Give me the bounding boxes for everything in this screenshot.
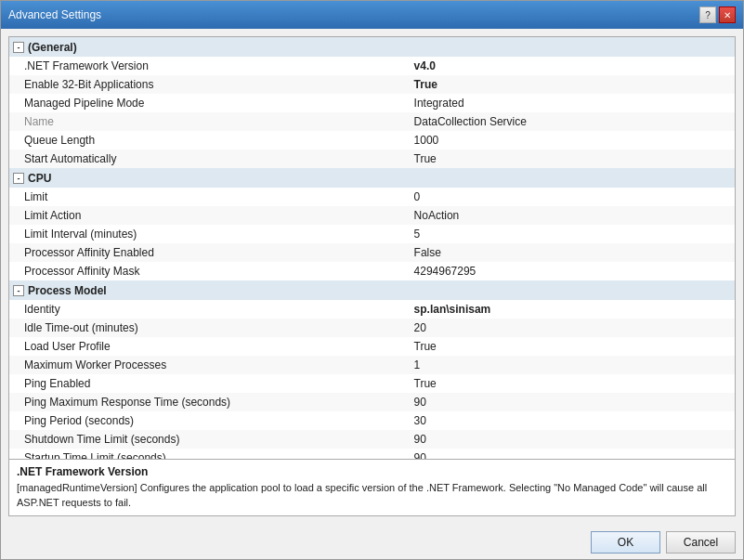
table-row[interactable]: Idle Time-out (minutes)20 bbox=[9, 319, 735, 337]
description-panel: .NET Framework Version [managedRuntimeVe… bbox=[8, 460, 736, 516]
close-button[interactable]: ✕ bbox=[719, 7, 736, 23]
table-row[interactable]: Identitysp.lan\sinisam bbox=[9, 300, 735, 319]
section-label-general: (General) bbox=[28, 41, 77, 54]
property-name: Processor Affinity Enabled bbox=[9, 243, 409, 262]
toggle-process-model-icon[interactable]: - bbox=[13, 285, 24, 296]
table-row[interactable]: Limit Interval (minutes)5 bbox=[9, 225, 735, 243]
table-row[interactable]: Startup Time Limit (seconds)90 bbox=[9, 449, 735, 460]
dialog-title: Advanced Settings bbox=[8, 8, 101, 21]
table-row[interactable]: Start AutomaticallyTrue bbox=[9, 150, 735, 168]
advanced-settings-dialog: Advanced Settings ? ✕ -(General).NET Fra… bbox=[0, 0, 744, 560]
section-label-process-model: Process Model bbox=[28, 284, 107, 297]
property-name: Identity bbox=[9, 300, 409, 319]
property-value: 5 bbox=[409, 225, 735, 243]
table-row[interactable]: Managed Pipeline ModeIntegrated bbox=[9, 94, 735, 112]
property-value: 90 bbox=[409, 430, 735, 449]
property-name: Limit Interval (minutes) bbox=[9, 225, 409, 243]
property-name: Ping Period (seconds) bbox=[9, 411, 409, 430]
toggle-general-icon[interactable]: - bbox=[13, 42, 24, 53]
table-row[interactable]: .NET Framework Versionv4.0 bbox=[9, 57, 735, 75]
table-row[interactable]: Shutdown Time Limit (seconds)90 bbox=[9, 430, 735, 449]
settings-table: -(General).NET Framework Versionv4.0Enab… bbox=[9, 37, 735, 460]
property-value: 30 bbox=[409, 411, 735, 430]
property-name: .NET Framework Version bbox=[9, 57, 409, 75]
table-row[interactable]: Limit ActionNoAction bbox=[9, 206, 735, 225]
property-value: False bbox=[409, 243, 735, 262]
ok-button[interactable]: OK bbox=[591, 531, 660, 553]
table-row[interactable]: Ping Period (seconds)30 bbox=[9, 411, 735, 430]
property-name: Idle Time-out (minutes) bbox=[9, 319, 409, 337]
table-row[interactable]: Ping EnabledTrue bbox=[9, 374, 735, 393]
property-name: Name bbox=[9, 112, 409, 131]
property-name: Processor Affinity Mask bbox=[9, 262, 409, 280]
property-name: Load User Profile bbox=[9, 337, 409, 356]
button-row: OK Cancel bbox=[1, 524, 743, 559]
table-row[interactable]: Processor Affinity EnabledFalse bbox=[9, 243, 735, 262]
property-value: True bbox=[409, 75, 735, 94]
property-name: Managed Pipeline Mode bbox=[9, 94, 409, 112]
table-row[interactable]: Ping Maximum Response Time (seconds)90 bbox=[9, 393, 735, 411]
property-value: True bbox=[409, 374, 735, 393]
property-value: DataCollection Service bbox=[409, 112, 735, 131]
title-bar-buttons: ? ✕ bbox=[699, 7, 736, 23]
property-name: Startup Time Limit (seconds) bbox=[9, 449, 409, 460]
table-row[interactable]: NameDataCollection Service bbox=[9, 112, 735, 131]
property-name: Maximum Worker Processes bbox=[9, 356, 409, 374]
property-value: 1 bbox=[409, 356, 735, 374]
section-header-cpu[interactable]: -CPU bbox=[9, 168, 735, 188]
help-button[interactable]: ? bbox=[699, 7, 716, 23]
property-value: sp.lan\sinisam bbox=[409, 300, 735, 319]
property-name: Limit bbox=[9, 188, 409, 206]
table-row[interactable]: Enable 32-Bit ApplicationsTrue bbox=[9, 75, 735, 94]
property-value: True bbox=[409, 337, 735, 356]
description-text: [managedRuntimeVersion] Configures the a… bbox=[17, 481, 727, 510]
property-name: Start Automatically bbox=[9, 150, 409, 168]
property-value: Integrated bbox=[409, 94, 735, 112]
table-row[interactable]: Processor Affinity Mask4294967295 bbox=[9, 262, 735, 280]
settings-area[interactable]: -(General).NET Framework Versionv4.0Enab… bbox=[8, 36, 736, 460]
property-value: True bbox=[409, 150, 735, 168]
property-name: Shutdown Time Limit (seconds) bbox=[9, 430, 409, 449]
dialog-content: -(General).NET Framework Versionv4.0Enab… bbox=[1, 29, 743, 524]
toggle-cpu-icon[interactable]: - bbox=[13, 173, 24, 184]
property-value: 1000 bbox=[409, 131, 735, 150]
description-title: .NET Framework Version bbox=[17, 465, 727, 478]
property-name: Enable 32-Bit Applications bbox=[9, 75, 409, 94]
property-value: 90 bbox=[409, 449, 735, 460]
title-bar: Advanced Settings ? ✕ bbox=[1, 1, 743, 29]
property-value: 0 bbox=[409, 188, 735, 206]
section-header-general[interactable]: -(General) bbox=[9, 37, 735, 57]
property-name: Limit Action bbox=[9, 206, 409, 225]
property-value: 20 bbox=[409, 319, 735, 337]
section-header-process-model[interactable]: -Process Model bbox=[9, 280, 735, 300]
property-value: NoAction bbox=[409, 206, 735, 225]
table-row[interactable]: Queue Length1000 bbox=[9, 131, 735, 150]
property-name: Ping Maximum Response Time (seconds) bbox=[9, 393, 409, 411]
table-row[interactable]: Limit0 bbox=[9, 188, 735, 206]
property-name: Queue Length bbox=[9, 131, 409, 150]
section-label-cpu: CPU bbox=[28, 172, 51, 185]
property-name: Ping Enabled bbox=[9, 374, 409, 393]
property-value: 4294967295 bbox=[409, 262, 735, 280]
cancel-button[interactable]: Cancel bbox=[666, 531, 736, 553]
property-value: v4.0 bbox=[409, 57, 735, 75]
table-row[interactable]: Maximum Worker Processes1 bbox=[9, 356, 735, 374]
property-value: 90 bbox=[409, 393, 735, 411]
table-row[interactable]: Load User ProfileTrue bbox=[9, 337, 735, 356]
